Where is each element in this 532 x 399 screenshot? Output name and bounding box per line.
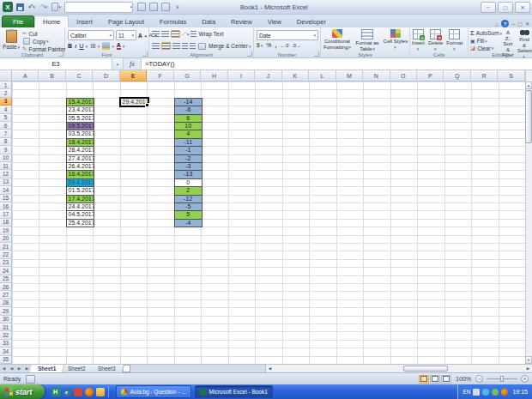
horizontal-scroll-thumb[interactable] — [403, 366, 448, 372]
row-header-6[interactable]: 6 — [0, 122, 12, 130]
language-indicator[interactable]: EN — [462, 389, 470, 395]
align-left-button[interactable] — [152, 43, 160, 49]
row-header-14[interactable]: 14 — [0, 186, 12, 194]
tab-formulas[interactable]: Formulas — [152, 16, 194, 27]
row-header-25[interactable]: 25 — [0, 275, 12, 283]
insert-cells-button[interactable]: + Insert▾ — [412, 29, 425, 51]
clear-button[interactable]: ◪Clear▾ — [470, 45, 502, 51]
row-header-10[interactable]: 10 — [0, 154, 12, 162]
zoom-level[interactable]: 100% — [456, 376, 471, 382]
tab-page-layout[interactable]: Page Layout — [100, 16, 152, 27]
row-header-5[interactable]: 5 — [0, 114, 12, 122]
column-header-J[interactable]: J — [255, 70, 281, 82]
tray-icon-3[interactable] — [492, 389, 499, 396]
next-sheet-button[interactable]: ▶ — [15, 365, 23, 372]
row-header-8[interactable]: 8 — [0, 138, 12, 146]
fill-button[interactable]: ▣Fill▾ — [470, 38, 502, 44]
undo-button[interactable]: ↶▾ — [27, 2, 37, 12]
underline-button[interactable]: U — [79, 43, 83, 49]
conditional-formatting-button[interactable]: Conditional Formatting ▾ — [323, 29, 352, 51]
row-header-21[interactable]: 21 — [0, 243, 12, 251]
format-cells-button[interactable]: Format▾ — [446, 29, 462, 51]
decrease-decimal-button[interactable]: .0→ — [292, 43, 300, 48]
quicklaunch-app-icon-2[interactable] — [74, 388, 82, 396]
increase-indent-button[interactable] — [190, 43, 196, 49]
active-cell-E3[interactable]: 29.4.2017 — [119, 97, 149, 107]
font-family-select[interactable]: Calibri▾ — [68, 30, 114, 40]
sheet-tab-sheet3[interactable]: Sheet3 — [90, 365, 124, 372]
row-header-27[interactable]: 27 — [0, 291, 12, 299]
row-header-33[interactable]: 33 — [0, 340, 12, 348]
name-box[interactable]: E3 — [0, 58, 112, 70]
row-header-15[interactable]: 15 — [0, 195, 12, 203]
column-header-A[interactable]: A — [12, 70, 39, 82]
row-header-23[interactable]: 23 — [0, 259, 12, 267]
row-header-19[interactable]: 19 — [0, 227, 12, 234]
row-header-16[interactable]: 16 — [0, 203, 12, 210]
firefox-icon[interactable] — [85, 388, 94, 396]
percent-style-button[interactable]: % — [266, 42, 271, 48]
comma-style-button[interactable]: , — [275, 42, 276, 48]
column-header-C[interactable]: C — [66, 70, 93, 82]
tab-home[interactable]: Home — [34, 15, 69, 27]
scroll-down-button[interactable]: ▼ — [525, 356, 532, 364]
grid-cell-C18[interactable]: 25.4.2017 — [66, 219, 94, 227]
workbook-minimize-icon[interactable]: ─ — [511, 21, 515, 27]
qat-custom-button-1[interactable]: ▾ — [51, 2, 61, 12]
name-box-dropdown[interactable]: ▾ — [112, 58, 124, 70]
row-header-3[interactable]: 3 — [0, 98, 12, 106]
column-header-N[interactable]: N — [363, 70, 390, 82]
zoom-out-button[interactable]: − — [475, 375, 483, 383]
prev-sheet-button[interactable]: ◀ — [8, 365, 15, 372]
close-button[interactable]: ✕ — [515, 2, 530, 13]
format-as-table-button[interactable]: Format as Table ▾ — [354, 29, 381, 51]
align-right-button[interactable] — [172, 43, 180, 49]
scroll-up-button[interactable]: ▲ — [525, 82, 532, 89]
autosum-button[interactable]: ΣAutoSum▾ — [470, 29, 502, 37]
row-header-35[interactable]: 35 — [0, 356, 12, 364]
cut-button[interactable]: ✂Cut — [22, 30, 65, 37]
bold-button[interactable]: B — [68, 43, 72, 49]
align-bottom-button[interactable] — [171, 30, 180, 38]
fill-handle[interactable] — [145, 103, 149, 107]
row-header-20[interactable]: 20 — [0, 235, 12, 243]
wrap-text-button[interactable]: Wrap Text — [190, 31, 223, 37]
task-button-browser[interactable]: Aula.bg - Question - ... — [116, 385, 191, 398]
minimize-button[interactable]: ─ — [481, 2, 496, 13]
column-header-O[interactable]: O — [390, 70, 417, 82]
zoom-slider[interactable] — [487, 378, 517, 379]
save-button[interactable] — [15, 2, 25, 12]
column-header-G[interactable]: G — [174, 70, 201, 82]
column-header-P[interactable]: P — [417, 70, 444, 82]
row-header-22[interactable]: 22 — [0, 251, 12, 258]
row-header-7[interactable]: 7 — [0, 130, 12, 137]
row-header-30[interactable]: 30 — [0, 316, 12, 323]
tab-file[interactable]: File — [2, 15, 34, 27]
normal-view-button[interactable] — [419, 375, 429, 384]
italic-button[interactable]: I — [75, 43, 76, 50]
insert-function-button[interactable]: fx — [124, 58, 142, 70]
redo-button[interactable]: ↷▾ — [39, 2, 49, 12]
row-header-17[interactable]: 17 — [0, 210, 12, 218]
column-header-B[interactable]: B — [39, 70, 65, 82]
page-break-view-button[interactable] — [441, 375, 451, 384]
number-format-select[interactable]: Date▾ — [257, 30, 318, 40]
tray-icon-4[interactable] — [501, 389, 508, 396]
alignment-dialog-launcher[interactable] — [247, 51, 252, 57]
decrease-indent-button[interactable] — [182, 43, 188, 49]
start-button[interactable]: start — [0, 384, 45, 399]
column-header-F[interactable]: F — [147, 70, 173, 82]
qat-custom-button-3[interactable] — [148, 2, 159, 12]
scroll-right-button[interactable]: ▶ — [524, 365, 532, 372]
cell-styles-button[interactable]: Cell Styles ▾ — [383, 29, 408, 51]
row-header-13[interactable]: 13 — [0, 178, 12, 186]
grid-cell-G18[interactable]: -4 — [174, 219, 203, 227]
row-header-9[interactable]: 9 — [0, 146, 12, 154]
column-header-R[interactable]: R — [471, 70, 498, 82]
help-icon[interactable]: ? — [501, 20, 509, 27]
qat-combo-box[interactable]: ▾ — [64, 2, 133, 13]
row-header-4[interactable]: 4 — [0, 106, 12, 113]
align-middle-button[interactable] — [161, 31, 169, 37]
paste-button[interactable]: Paste▾ — [3, 30, 20, 50]
tab-review[interactable]: Review — [223, 16, 260, 27]
